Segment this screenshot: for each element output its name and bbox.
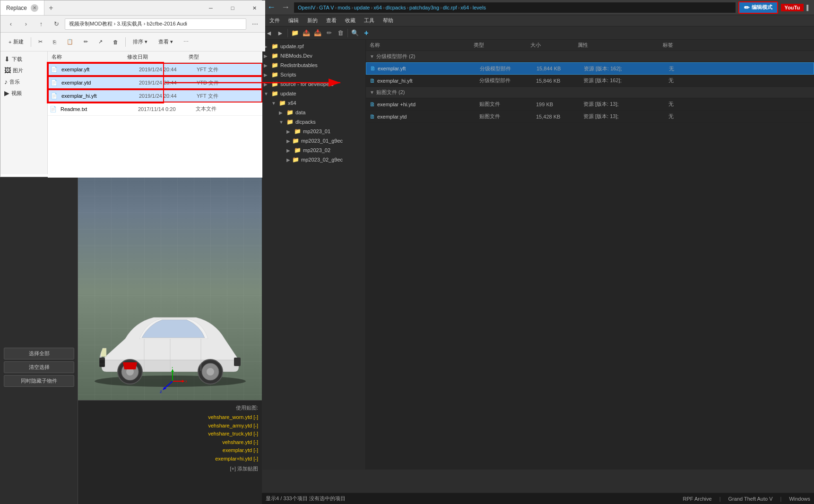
tree-folder-icon-0: 📁 bbox=[271, 43, 278, 50]
fc-type-0-0: 分级模型部件 bbox=[480, 65, 537, 72]
fc-label-1-0: 无 bbox=[668, 101, 706, 108]
bc-dlcrpf[interactable]: dlc.rpf bbox=[443, 5, 457, 10]
tree-node-9[interactable]: ▶📁mp2023_01 bbox=[262, 127, 365, 136]
menu-tools[interactable]: 工具 bbox=[360, 16, 378, 25]
menu-view[interactable]: 查看 bbox=[322, 16, 340, 25]
bc-mods[interactable]: mods bbox=[338, 5, 350, 10]
texture-add[interactable]: [+] 添加贴图 bbox=[82, 465, 258, 472]
bc-patchday3ng[interactable]: patchday3ng bbox=[409, 5, 439, 10]
section-header-1[interactable]: ▼贴图文件 (2) bbox=[366, 87, 814, 98]
sort-btn[interactable]: 排序 ▾ bbox=[129, 35, 152, 49]
tree-node-8[interactable]: ▼📁dlcpacks bbox=[262, 117, 365, 127]
tb-back[interactable]: ◄ bbox=[264, 28, 274, 38]
more-options-btn[interactable]: ⋯ bbox=[179, 35, 193, 49]
file-icon-2: 📄 bbox=[51, 93, 58, 99]
file-row-3[interactable]: 📄 Readme.txt 2017/11/14 0:20 文本文件 bbox=[48, 103, 262, 116]
clear-selection-btn[interactable]: 清空选择 bbox=[4, 361, 74, 373]
fc-row-0-1[interactable]: 🗎 exemplar_hi.yft 分级模型部件 15,846 KB 资源 [版… bbox=[366, 75, 814, 87]
menu-edit[interactable]: 编辑 bbox=[285, 16, 303, 25]
tb-import[interactable]: 📥 bbox=[312, 28, 323, 38]
refresh-btn[interactable]: ↻ bbox=[50, 17, 63, 31]
minimize-btn[interactable]: ─ bbox=[200, 0, 222, 16]
bc-dlcpacks[interactable]: dlcpacks bbox=[386, 5, 406, 10]
title-tab: Replace ✕ bbox=[0, 0, 44, 15]
new-tab-btn[interactable]: + bbox=[44, 1, 58, 15]
videos-label: 视频 bbox=[11, 90, 22, 97]
more-btn[interactable]: ⋯ bbox=[248, 17, 261, 31]
tree-node-0[interactable]: ▶📁update.rpf bbox=[262, 42, 365, 51]
close-btn[interactable]: ✕ bbox=[243, 0, 265, 16]
tb-search[interactable]: 🔍 bbox=[350, 28, 360, 38]
openiv-forward-btn[interactable]: → bbox=[280, 2, 291, 13]
tb-rename[interactable]: ✏ bbox=[324, 28, 334, 38]
tree-node-2[interactable]: ▶📁Redistributables bbox=[262, 60, 365, 70]
tree-node-5[interactable]: ▼📁update bbox=[262, 89, 365, 98]
file-row-0[interactable]: 📄 exemplar.yft 2019/1/24 20:44 YFT 文件 bbox=[48, 63, 262, 76]
fc-attr-1-0: 资源 [版本: 13]; bbox=[583, 101, 668, 108]
hide-children-btn[interactable]: 同时隐藏子物件 bbox=[4, 375, 74, 387]
tree-node-10[interactable]: ▶📁mp2023_01_g9ec bbox=[262, 136, 365, 145]
tb-new-folder[interactable]: 📁 bbox=[290, 28, 300, 38]
paste-btn[interactable]: 📋 bbox=[62, 35, 78, 49]
tree-folder-icon-10: 📁 bbox=[292, 137, 299, 144]
bc-x64-2[interactable]: x64 bbox=[460, 5, 469, 10]
sidebar-videos[interactable]: ▶ 视频 bbox=[0, 87, 47, 99]
edit-mode-button[interactable]: ✏ 编辑模式 bbox=[738, 1, 778, 14]
openiv-back-btn[interactable]: ← bbox=[266, 2, 277, 13]
svg-rect-13 bbox=[100, 364, 104, 367]
tree-node-12[interactable]: ▶📁mp2023_02_g9ec bbox=[262, 155, 365, 164]
select-all-btn[interactable]: 选择全部 bbox=[4, 348, 74, 359]
tree-label-9: mp2023_01 bbox=[303, 128, 330, 134]
file-row-2[interactable]: 📄 exemplar_hi.yft 2019/1/24 20:44 YFT 文件 bbox=[48, 89, 262, 103]
section-header-0[interactable]: ▼分级模型部件 (2) bbox=[366, 51, 814, 62]
col-date-header: 修改日期 bbox=[123, 53, 185, 60]
bc-openiv[interactable]: OpenIV bbox=[298, 5, 315, 10]
sidebar-download[interactable]: ⬇ 下载 bbox=[0, 53, 47, 65]
tree-node-1[interactable]: ▶📁NIBMods.Dev bbox=[262, 51, 365, 60]
fc-row-1-0[interactable]: 🗎 exemplar +hi.ytd 贴图文件 199 KB 资源 [版本: 1… bbox=[366, 98, 814, 111]
view-btn[interactable]: 查看 ▾ bbox=[154, 35, 177, 49]
sidebar-music[interactable]: ♪ 音乐 bbox=[0, 76, 47, 87]
new-btn[interactable]: + 新建 bbox=[4, 35, 28, 49]
svg-rect-2 bbox=[234, 358, 241, 366]
up-btn[interactable]: ↑ bbox=[35, 17, 48, 31]
share-btn[interactable]: ↗ bbox=[94, 35, 107, 49]
tree-expand-4: ▶ bbox=[264, 82, 269, 87]
menu-file[interactable]: 文件 bbox=[266, 16, 284, 25]
cut-btn[interactable]: ✂ bbox=[34, 35, 47, 49]
texture-panel: 使用贴图: vehshare_worn.ytd [-]vehshare_army… bbox=[78, 400, 262, 504]
sidebar-pictures[interactable]: 🖼 图片 bbox=[0, 65, 47, 76]
copy-btn[interactable]: ⎘ bbox=[49, 35, 61, 49]
bc-update[interactable]: update bbox=[354, 5, 370, 10]
tb-fwd[interactable]: ► bbox=[275, 28, 286, 38]
tree-node-6[interactable]: ▼📁x64 bbox=[262, 98, 365, 108]
delete-btn[interactable]: 🗑 bbox=[109, 35, 122, 49]
tb-delete[interactable]: 🗑 bbox=[335, 28, 346, 38]
texture-item-5: exemplar+hi.ytd [-] bbox=[82, 455, 258, 463]
tree-node-3[interactable]: ▶📁Scripts bbox=[262, 70, 365, 79]
texture-item-4: exemplar.ytd [-] bbox=[82, 446, 258, 455]
fc-row-0-0[interactable]: 🗎 exemplar.yft 分级模型部件 15,844 KB 资源 [版本: … bbox=[366, 62, 814, 75]
tree-node-11[interactable]: ▶📁mp2023_02 bbox=[262, 145, 365, 155]
menu-new[interactable]: 新的 bbox=[303, 16, 321, 25]
bc-levels[interactable]: levels bbox=[473, 5, 486, 10]
fc-size-0-0: 15,844 KB bbox=[537, 66, 584, 71]
tree-node-7[interactable]: ▶📁data bbox=[262, 108, 365, 117]
tree-node-4[interactable]: ▶📁source - for developers bbox=[262, 79, 365, 89]
texture-item-3: vehshare.ytd [-] bbox=[82, 438, 258, 447]
svg-text:X: X bbox=[185, 379, 187, 384]
rename-btn[interactable]: ✏ bbox=[79, 35, 92, 49]
tb-extract[interactable]: 📤 bbox=[301, 28, 312, 38]
bc-gtav[interactable]: GTA V bbox=[319, 5, 334, 10]
menu-favorites[interactable]: 收藏 bbox=[341, 16, 359, 25]
close-tab-icon[interactable]: ✕ bbox=[31, 4, 38, 12]
tb-plus[interactable]: + bbox=[361, 28, 372, 38]
fc-row-1-1[interactable]: 🗎 exemplar.ytd 贴图文件 15,428 KB 资源 [版本: 13… bbox=[366, 111, 814, 123]
bc-x64[interactable]: x64 bbox=[373, 5, 382, 10]
menu-help[interactable]: 帮助 bbox=[379, 16, 397, 25]
address-bar[interactable]: 视频录制MOD教程 › 3.现实载具 › b2cfbe-2016 Audi bbox=[65, 18, 246, 30]
file-row-1[interactable]: 📄 exemplar.ytd 2019/1/24 20:44 YTD 文件 bbox=[48, 76, 262, 89]
maximize-btn[interactable]: □ bbox=[222, 0, 243, 16]
forward-btn[interactable]: › bbox=[19, 17, 33, 31]
back-btn[interactable]: ‹ bbox=[4, 17, 17, 31]
